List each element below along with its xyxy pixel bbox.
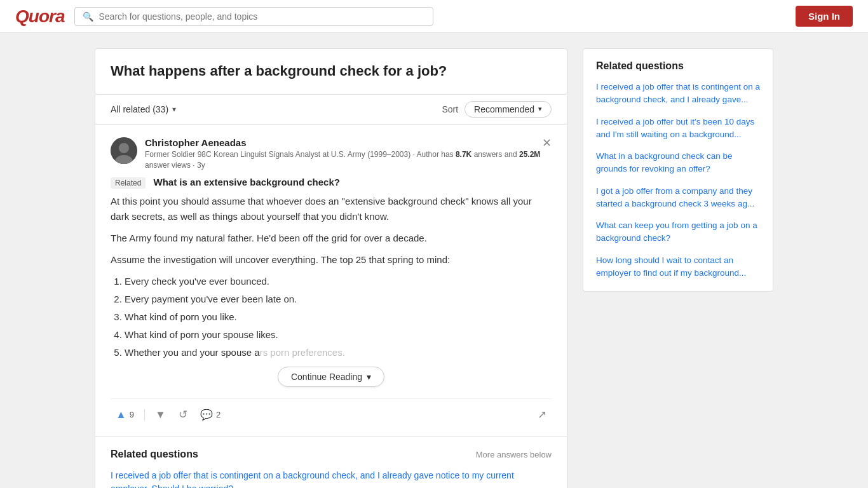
author-info: Christopher Aeneadas Former Soldier 98C … xyxy=(111,137,542,171)
answer-header: Christopher Aeneadas Former Soldier 98C … xyxy=(111,137,552,171)
all-related-label: All related (33) xyxy=(111,104,168,114)
main-content: What happens after a background check fo… xyxy=(95,48,567,488)
sidebar: Related questions I received a job offer… xyxy=(583,48,773,292)
comment-icon: 💬 xyxy=(200,409,213,421)
reshare-icon: ↺ xyxy=(179,408,187,421)
chevron-down-icon: ▾ xyxy=(538,105,542,113)
answer-paragraph-3: Assume the investigation will uncover ev… xyxy=(111,252,552,268)
avatar xyxy=(111,137,137,164)
author-name[interactable]: Christopher Aeneadas xyxy=(145,137,542,148)
related-bottom-card: Related questions More answers below I r… xyxy=(95,437,567,488)
continue-reading-label: Continue Reading xyxy=(291,372,362,382)
list-item-5-faded: rs porn preferences. xyxy=(260,347,345,358)
bio-middle: answers and xyxy=(471,150,519,159)
sidebar-link-3[interactable]: What in a background check can be ground… xyxy=(596,150,760,176)
sign-in-button[interactable]: Sign In xyxy=(796,6,853,27)
comment-button[interactable]: 💬 2 xyxy=(195,406,226,423)
answer-paragraph-1: At this point you should assume that who… xyxy=(111,194,552,224)
author-details: Christopher Aeneadas Former Soldier 98C … xyxy=(145,137,542,171)
sort-area: Sort Recommended ▾ xyxy=(442,101,552,118)
upvote-count: 9 xyxy=(130,410,134,419)
close-button[interactable]: ✕ xyxy=(542,137,552,149)
all-related-dropdown[interactable]: All related (33) ▾ xyxy=(111,104,176,114)
action-divider xyxy=(144,409,145,421)
downvote-button[interactable]: ▼ xyxy=(150,406,171,424)
reshare-button[interactable]: ↺ xyxy=(173,405,193,424)
continue-reading-button[interactable]: Continue Reading ▾ xyxy=(278,367,384,387)
answer-actions: ▲ 9 ▼ ↺ 💬 2 ↗ xyxy=(111,398,552,424)
sidebar-link-6[interactable]: How long should I wait to contact an emp… xyxy=(596,254,760,280)
quora-logo[interactable]: Quora xyxy=(15,6,64,27)
question-card: What happens after a background check fo… xyxy=(95,48,567,95)
forward-icon: ↗ xyxy=(538,408,546,421)
related-question-link[interactable]: What is an extensive background check? xyxy=(154,177,340,187)
related-bottom-header: Related questions More answers below xyxy=(111,449,552,460)
list-item: Every payment you've ever been late on. xyxy=(125,292,552,307)
search-icon: 🔍 xyxy=(83,11,93,22)
bio-prefix: Former Soldier 98C Korean Linguist Signa… xyxy=(145,150,456,159)
svg-point-1 xyxy=(119,143,129,153)
list-item: What kind of porn your spouse likes. xyxy=(125,327,552,342)
answer-body: At this point you should assume that who… xyxy=(111,194,552,360)
sidebar-title: Related questions xyxy=(596,60,760,72)
search-bar-container: 🔍 xyxy=(74,7,433,26)
related-bottom-title: Related questions xyxy=(111,449,198,460)
forward-button[interactable]: ↗ xyxy=(532,405,552,424)
continue-reading-wrap: Continue Reading ▾ xyxy=(111,367,552,387)
comment-count: 2 xyxy=(216,410,220,419)
downvote-icon: ▼ xyxy=(155,409,166,421)
header: Quora 🔍 Sign In xyxy=(0,0,868,33)
filter-bar: All related (33) ▾ Sort Recommended ▾ xyxy=(95,95,567,125)
related-question-row: Related What is an extensive background … xyxy=(111,177,552,187)
sidebar-link-1[interactable]: I received a job offer that is contingen… xyxy=(596,81,760,107)
more-answers-below: More answers below xyxy=(476,450,552,459)
answer-paragraph-2: The Army found my natural father. He'd b… xyxy=(111,231,552,246)
page-body: What happens after a background check fo… xyxy=(85,33,783,488)
list-item: Every check you've ever bounced. xyxy=(125,274,552,289)
bio-suffix: answer views · 3y xyxy=(145,161,205,170)
related-bottom-link[interactable]: I received a job offer that is contingen… xyxy=(111,470,514,488)
search-input[interactable] xyxy=(98,11,424,22)
author-bio: Former Soldier 98C Korean Linguist Signa… xyxy=(145,149,542,171)
list-item: Whether you and your spouse ars porn pre… xyxy=(125,345,552,360)
question-title: What happens after a background check fo… xyxy=(111,62,552,81)
sort-value: Recommended xyxy=(474,104,534,114)
list-item-5-start: Whether you and your spouse a xyxy=(125,347,260,358)
sidebar-link-4[interactable]: I got a job offer from a company and the… xyxy=(596,185,760,211)
answer-count: 8.7K xyxy=(456,150,471,159)
answer-list: Every check you've ever bounced. Every p… xyxy=(111,274,552,360)
sort-label: Sort xyxy=(442,104,458,114)
sidebar-link-2[interactable]: I received a job offer but it's been 10 … xyxy=(596,116,760,142)
chevron-down-icon: ▾ xyxy=(172,105,176,114)
sidebar-card: Related questions I received a job offer… xyxy=(583,48,773,292)
chevron-down-icon: ▾ xyxy=(367,372,371,382)
answer-card: Christopher Aeneadas Former Soldier 98C … xyxy=(95,125,567,438)
list-item: What kind of porn you like. xyxy=(125,309,552,325)
upvote-icon: ▲ xyxy=(116,409,126,421)
upvote-button[interactable]: ▲ 9 xyxy=(111,406,139,424)
view-count: 25.2M xyxy=(519,150,540,159)
sort-dropdown[interactable]: Recommended ▾ xyxy=(465,101,552,118)
sidebar-link-5[interactable]: What can keep you from getting a job on … xyxy=(596,219,760,245)
related-tag: Related xyxy=(111,177,146,189)
